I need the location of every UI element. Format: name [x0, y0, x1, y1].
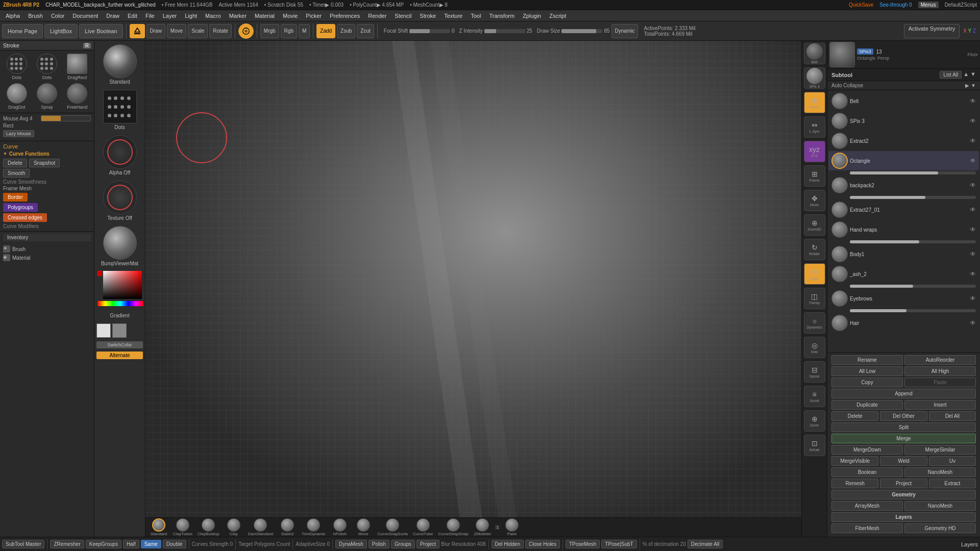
lightbox-btn[interactable]: LightBox [44, 24, 78, 38]
quicksave-btn[interactable]: QuickSave [849, 2, 873, 8]
insert-btn[interactable]: Insert [904, 400, 976, 410]
vp-tool-claytubes[interactable]: ClayTubes [171, 517, 194, 537]
smooth-btn[interactable]: Smooth [3, 169, 30, 178]
activate-symmetry-btn[interactable]: Activate Symmetry [904, 24, 960, 38]
menu-file[interactable]: File [142, 12, 158, 20]
viewport[interactable]: Standard ClayTubes ClayBuildup Clay DamS… [145, 41, 801, 537]
del-hidden-btn[interactable]: Del Hidden [492, 540, 524, 548]
hair-eye[interactable]: 👁 [970, 319, 976, 327]
curve-toggle[interactable]: Curve [3, 143, 91, 149]
menu-draw[interactable]: Draw [103, 12, 123, 20]
lsym-btn[interactable]: ⇔ L.Sym [804, 116, 825, 138]
frame-btn[interactable]: ⊞ Frame [804, 165, 825, 187]
rename-btn[interactable]: Rename [831, 355, 903, 365]
actual-btn[interactable]: ⊡ Actual [804, 435, 825, 456]
vp-tool-damstandard[interactable]: DamStandard [246, 517, 275, 537]
m-btn[interactable]: M [299, 24, 310, 38]
dots-brush-item[interactable]: Dots [96, 88, 143, 132]
subtool-backpack2[interactable]: backpack2 👁 [828, 176, 979, 195]
eyebrows-eye[interactable]: 👁 [970, 295, 976, 302]
delete-btn[interactable]: Delete [3, 159, 27, 167]
project-btn[interactable]: Project [880, 479, 927, 488]
menu-stencil[interactable]: Stencil [391, 12, 415, 20]
groups-btn[interactable]: Groups [391, 540, 415, 548]
fibermesh-btn[interactable]: FiberMesh [831, 523, 903, 533]
menu-transform[interactable]: Transform [485, 12, 518, 20]
mouse-avg-slider[interactable] [41, 115, 91, 121]
sphere-btn[interactable] [238, 23, 254, 39]
vp-tool-clay[interactable]: Clay [223, 517, 245, 537]
mergevisible-btn[interactable]: MergeVisible [831, 456, 878, 466]
bump-viewer-item[interactable]: BumpViewerMat [96, 224, 143, 268]
polish-btn[interactable]: Polish [369, 540, 389, 548]
nanomesh2-btn[interactable]: NanoMesh [904, 501, 976, 511]
subtool-belt[interactable]: Belt 👁 [828, 91, 979, 111]
menu-color[interactable]: Color [47, 12, 68, 20]
brush-dragdot[interactable]: DragDot [2, 82, 31, 111]
dyna-mesh-btn[interactable]: DynaMesh [335, 540, 367, 548]
hue-strip[interactable] [97, 301, 143, 306]
decimate-all-btn[interactable]: Decimate All [688, 540, 723, 548]
vp-tool-hpolish[interactable]: hPolish [329, 517, 351, 537]
vp-tool-claybuildup[interactable]: ClayBuildup [195, 517, 222, 537]
zadd-btn[interactable]: Zadd [316, 24, 335, 38]
home-page-btn[interactable]: Home Page [2, 24, 43, 38]
menu-edit[interactable]: Edit [124, 12, 141, 20]
handwraps-eye[interactable]: 👁 [970, 226, 976, 233]
dynamics-btn[interactable]: ⟐ Dynamics [804, 312, 825, 334]
rotate-btn[interactable]: Rotate [209, 24, 231, 38]
xpose-btn[interactable]: ⊟ Xpose [804, 361, 825, 383]
arraymesh-btn[interactable]: ArrayMesh [831, 501, 903, 511]
focal-slider[interactable] [409, 29, 450, 33]
paste-btn[interactable]: Paste [904, 378, 976, 387]
vp-tool-trimdynamic[interactable]: TrimDynamic [300, 517, 328, 537]
gray-swatch[interactable] [112, 323, 127, 338]
double-btn[interactable]: Double [163, 540, 186, 548]
uv-btn[interactable]: Uv [929, 456, 976, 466]
list-all-btn[interactable]: List All [940, 71, 962, 79]
menu-macro[interactable]: Macro [202, 12, 225, 20]
extract27-eye[interactable]: 👁 [970, 206, 976, 213]
list-all-arrow-up[interactable]: ▲ [963, 71, 969, 79]
tpose-mesh-btn[interactable]: TPoseMesh [566, 540, 600, 548]
subtool-extract27[interactable]: Extract27_01 👁 [828, 200, 979, 219]
menu-movie[interactable]: Movie [279, 12, 301, 20]
subtool-ash2[interactable]: _ash_2 👁 [828, 264, 979, 284]
dynamic-btn[interactable]: Dynamic [611, 24, 639, 38]
ash2-slider[interactable] [850, 285, 976, 288]
weld-btn[interactable]: Weld [880, 456, 927, 466]
vp-tool-curvesnap[interactable]: CurveSnapSurfa [376, 517, 410, 537]
menu-zscript[interactable]: Zscript [546, 12, 570, 20]
inventory-btn[interactable]: Inventory [3, 234, 91, 241]
subtool-spix3[interactable]: SPix 3 👁 [828, 111, 979, 131]
belt-eye[interactable]: 👁 [970, 97, 976, 105]
alternate-btn[interactable]: Alternate [96, 352, 143, 359]
transp-btn[interactable]: ◫ Transp [804, 288, 825, 309]
material-item[interactable]: ◈ Material [3, 254, 91, 261]
project-bot-btn[interactable]: Project [416, 540, 439, 548]
z-intensity-slider[interactable] [484, 29, 525, 33]
alpha-off-item[interactable]: Alpha Off [96, 134, 143, 177]
vp-tool-zmodeler[interactable]: ZModeler [471, 517, 494, 537]
autoreorder-btn[interactable]: AutoReorder [904, 355, 976, 365]
vp-tool-curvesnap2[interactable]: CurveStrapSnap [436, 517, 470, 537]
draw-btn[interactable]: Draw [146, 24, 165, 38]
local-btn[interactable]: ⊕ Local [804, 92, 825, 113]
rgb-btn[interactable]: Rgb [281, 24, 297, 38]
zoom3d-btn[interactable]: ⊕ Zoom3D [804, 214, 825, 236]
mergesimilar-btn[interactable]: MergeSimilar [904, 445, 976, 455]
subtool-octangle[interactable]: Octangle 👁 [828, 151, 979, 170]
handwraps-slider[interactable] [850, 240, 976, 243]
lazy-mouse-btn[interactable]: Lazy Mouse [3, 130, 34, 137]
vp-tool-slash3[interactable]: Slash3 [276, 517, 299, 537]
draw-size-slider[interactable] [561, 29, 602, 33]
draw-mode-btn[interactable] [130, 24, 145, 38]
menu-document[interactable]: Document [69, 12, 102, 20]
vp-tool-curvetube[interactable]: CurveTube [411, 517, 435, 537]
all-low-btn[interactable]: All Low [831, 366, 903, 376]
menus-btn[interactable]: Menus [918, 2, 939, 8]
menu-preferences[interactable]: Preferences [326, 12, 363, 20]
move-btn[interactable]: Move [167, 24, 186, 38]
subtool-master-btn[interactable]: SubTool Master [2, 540, 44, 548]
brush-item[interactable]: ✦ Brush [3, 245, 91, 253]
